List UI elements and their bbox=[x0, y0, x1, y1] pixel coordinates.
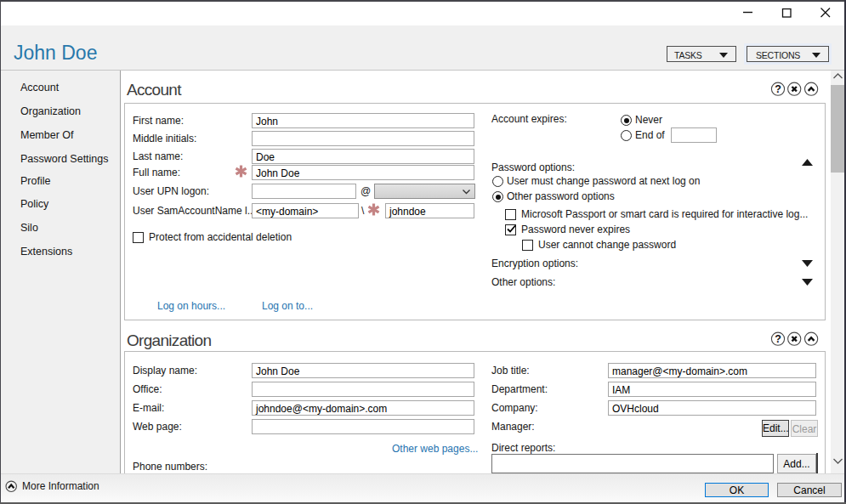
svg-text:?: ? bbox=[775, 83, 781, 95]
svg-text:?: ? bbox=[775, 333, 781, 345]
